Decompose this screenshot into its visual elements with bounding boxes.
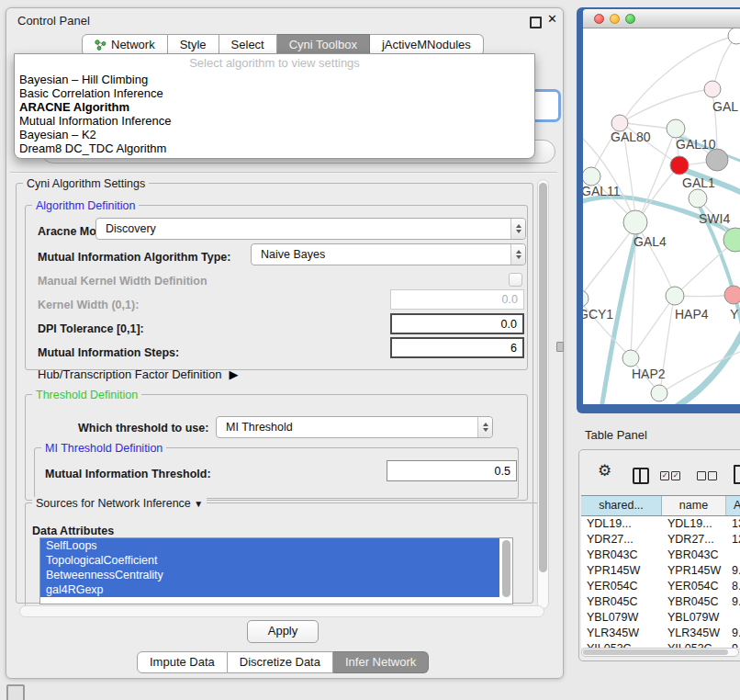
table-row[interactable]: YIL053CYIL053C9: [581, 641, 740, 648]
hub-transcription-factor-section[interactable]: Hub/Transcription Factor Definition ▶: [38, 367, 238, 381]
close-traffic-light-icon[interactable]: [594, 14, 604, 24]
zoom-traffic-light-icon[interactable]: [625, 14, 635, 24]
manual-kernel-width-checkbox[interactable]: [509, 273, 522, 287]
dpi-tolerance-field[interactable]: 0.0: [390, 313, 524, 334]
column-divider: [639, 469, 641, 482]
dropdown-item[interactable]: Bayesian – K2: [15, 128, 534, 141]
cyni-tab-discretize-data[interactable]: Discretize Data: [228, 651, 333, 673]
network-edge[interactable]: [631, 324, 740, 404]
settings-horizontal-scrollbar[interactable]: [19, 605, 544, 617]
network-node[interactable]: [670, 156, 689, 175]
collapse-arrow-icon[interactable]: ▼: [194, 499, 203, 509]
table-row[interactable]: YBR043CYBR043C: [581, 548, 740, 563]
network-node[interactable]: [651, 385, 667, 401]
column-header[interactable]: shared...: [581, 496, 662, 515]
unselect-all-columns-icon[interactable]: [708, 471, 717, 480]
scrollbar-thumb[interactable]: [583, 649, 728, 655]
cell-name: YDL19...: [662, 516, 726, 532]
table-row[interactable]: YPR145WYPR145W9.: [581, 563, 740, 579]
network-node[interactable]: [728, 28, 740, 44]
column-header[interactable]: A: [726, 496, 740, 515]
table-row[interactable]: YLR345WYLR345W9.: [581, 626, 740, 641]
network-node[interactable]: [622, 350, 639, 367]
network-node-label: GAL1: [682, 175, 715, 190]
kernel-width-label: Kernel Width (0,1):: [38, 299, 139, 311]
dropdown-item[interactable]: Bayesian – Hill Climbing: [15, 73, 534, 86]
network-node[interactable]: [689, 189, 707, 208]
dropdown-item[interactable]: ARACNE Algorithm: [15, 100, 534, 114]
settings-vertical-scrollbar[interactable]: [537, 179, 549, 609]
float-panel-icon[interactable]: [530, 17, 542, 28]
network-node[interactable]: [724, 286, 740, 304]
data-attributes-list[interactable]: SelfLoopsTopologicalCoefficientBetweenne…: [39, 537, 513, 604]
table-row[interactable]: YER054CYER054C8.: [581, 579, 740, 594]
split-pane-divider[interactable]: [556, 342, 564, 352]
sources-title: Sources for Network Inference: [36, 497, 191, 510]
cyni-tab-label: Impute Data: [150, 655, 215, 670]
sources-title-row: Sources for Network Inference ▼: [32, 497, 207, 510]
attribute-item[interactable]: BetweennessCentrality: [40, 568, 499, 582]
column-layout-icon[interactable]: [633, 468, 649, 484]
attribute-item[interactable]: SelfLoops: [40, 538, 499, 553]
network-node-label: GAL10: [676, 137, 716, 152]
cyni-mode-tab-bar: Impute DataDiscretize DataInfer Network: [137, 651, 429, 673]
close-icon[interactable]: ✕: [547, 12, 557, 26]
new-table-icon[interactable]: [734, 465, 740, 484]
network-node[interactable]: [704, 81, 721, 97]
network-node-label: GCY1: [583, 307, 613, 322]
cell-name: YBR043C: [662, 548, 726, 563]
cell-shared-name: YBL079W: [581, 610, 662, 626]
minimize-traffic-light-icon[interactable]: [610, 14, 620, 24]
network-node-label: GAL: [712, 99, 738, 114]
table-horizontal-scrollbar[interactable]: [581, 648, 739, 657]
mi-steps-field[interactable]: 6: [390, 337, 524, 358]
control-tab-label: jActiveMNodules: [382, 38, 471, 52]
cell-shared-name: YPR145W: [581, 563, 662, 579]
network-edge[interactable]: [632, 297, 674, 357]
network-node[interactable]: [667, 119, 685, 138]
network-view-window[interactable]: GALGAL80GAL10GAL1GAL11SWI4GAL4GCY1HAP4YH…: [577, 7, 740, 413]
table-row[interactable]: YBL079WYBL079W: [581, 610, 740, 626]
mi-threshold-definition-title: MI Threshold Definition: [41, 442, 166, 455]
attribute-item[interactable]: TopologicalCoefficient: [40, 553, 499, 568]
table-row[interactable]: YDL19...YDL19...13: [581, 516, 740, 532]
control-panel-title: Control Panel: [17, 14, 90, 28]
attribute-item[interactable]: gal4RGexp: [40, 582, 499, 597]
network-node-label: GAL11: [583, 184, 621, 198]
select-all-columns-icon[interactable]: ✓: [671, 471, 680, 480]
column-header[interactable]: name: [662, 496, 726, 515]
mi-threshold-field[interactable]: 0.5: [387, 460, 517, 481]
expand-arrow-icon[interactable]: ▶: [229, 367, 238, 381]
algorithm-definition-title: Algorithm Definition: [32, 199, 139, 212]
dropdown-item[interactable]: Basic Correlation Inference: [15, 86, 534, 100]
list-scrollbar-thumb[interactable]: [502, 540, 510, 597]
dropdown-item[interactable]: Dream8 DC_TDC Algorithm: [15, 141, 534, 155]
which-threshold-combo[interactable]: MI Threshold: [216, 416, 493, 438]
network-node[interactable]: [583, 290, 589, 307]
scrollbar-thumb[interactable]: [539, 183, 547, 572]
table-row[interactable]: YDR27...YDR27...12: [581, 532, 740, 548]
table-row[interactable]: YBR045CYBR045C9.: [581, 594, 740, 610]
network-node[interactable]: [666, 287, 684, 305]
mi-algorithm-type-value: Naive Bayes: [252, 244, 510, 265]
mi-algorithm-type-combo[interactable]: Naive Bayes: [251, 243, 526, 265]
minimized-panel-icon[interactable]: [6, 684, 25, 700]
network-node[interactable]: [706, 149, 728, 171]
network-canvas[interactable]: GALGAL80GAL10GAL1GAL11SWI4GAL4GCY1HAP4YH…: [583, 28, 740, 404]
settings-gear-icon[interactable]: ⚙: [598, 461, 611, 480]
cyni-tab-impute-data[interactable]: Impute Data: [137, 651, 228, 673]
network-node[interactable]: [623, 210, 647, 234]
cyni-tab-infer-network[interactable]: Infer Network: [333, 651, 429, 673]
network-node[interactable]: [583, 167, 600, 186]
dropdown-item[interactable]: Mutual Information Inference: [15, 114, 534, 128]
dpi-tolerance-label: DPI Tolerance [0,1]:: [38, 322, 144, 335]
attribute-items: SelfLoopsTopologicalCoefficientBetweenne…: [40, 538, 512, 597]
kernel-width-field[interactable]: 0.0: [390, 289, 524, 310]
cell-value: 12: [726, 532, 740, 548]
network-edge[interactable]: [622, 89, 712, 122]
aracne-mode-combo[interactable]: Discovery: [95, 218, 526, 240]
unselect-all-columns-icon[interactable]: [697, 471, 706, 480]
apply-button[interactable]: Apply: [247, 620, 319, 643]
network-window-titlebar[interactable]: [583, 9, 740, 28]
select-all-columns-icon[interactable]: ✓: [660, 471, 669, 480]
